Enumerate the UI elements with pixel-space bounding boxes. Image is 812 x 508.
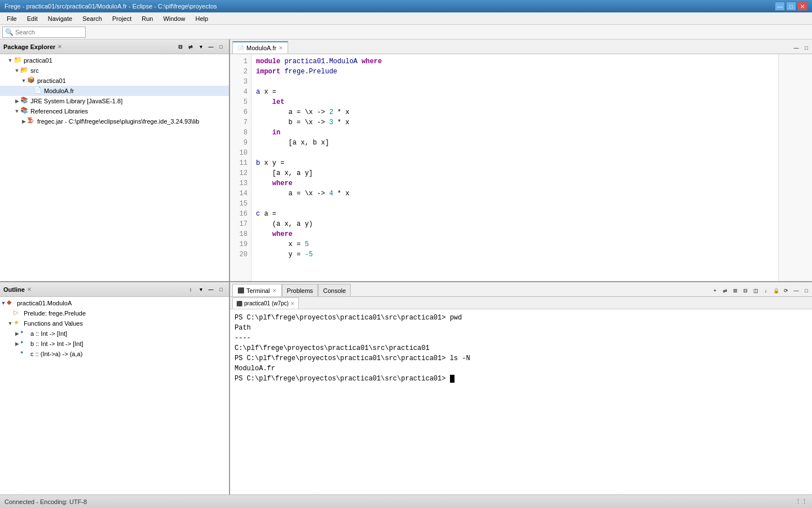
outline-view-menu[interactable]: ▾ [196,285,205,294]
terminal-icon-btn6[interactable]: 🔒 [771,286,780,295]
outline-title: Outline [3,286,25,293]
outline-item-functions-group[interactable]: ▼ ★ Functions and Values [0,318,229,329]
menu-search[interactable]: Search [78,14,107,23]
terminal-tab-close[interactable]: ✕ [272,288,277,294]
outline-item-func-c[interactable]: ● c :: (Int->a) -> (a,a) [0,349,229,359]
menu-navigate[interactable]: Navigate [43,14,77,23]
terminal-line-10: PS C:\plf\frege\proyectos\practica01\src… [235,374,807,384]
menu-run[interactable]: Run [137,14,157,23]
terminal-icon-btn3[interactable]: ⊟ [741,286,750,295]
tree-item-reflibs[interactable]: ▼ 📚 Referenced Libraries [0,106,229,116]
outline-panel: Outline ✕ ↕ ▾ — □ ▼ ◆ practica01.ModuloA [0,282,230,494]
menu-file[interactable]: File [2,14,21,23]
outline-tree: ▼ ◆ practica01.ModuloA ▷ Prelude: frege.… [0,297,229,494]
editor-maximize-button[interactable]: □ [802,43,811,52]
collapse-all-button[interactable]: ⊟ [176,42,185,51]
menu-help[interactable]: Help [191,14,213,23]
menu-edit[interactable]: Edit [23,14,42,23]
search-box[interactable]: 🔍 [2,27,86,38]
status-right: ⋮⋮ [795,498,807,505]
terminal-tab-bar: ⬛ Terminal ✕ Problems Console + ⇌ ⊞ ⊟ ◫ [230,282,812,297]
library-icon: 📚 [20,97,29,106]
package-explorer-panel: Package Explorer ✕ ⊟ ⇌ ▾ — □ ▼ 📁 pract [0,40,230,281]
terminal-panel: ⬛ Terminal ✕ Problems Console + ⇌ ⊞ ⊟ ◫ [230,282,812,494]
terminal-line-4: ---- [235,333,807,343]
tab-problems[interactable]: Problems [282,284,318,296]
bottom-panels: Outline ✕ ↕ ▾ — □ ▼ ◆ practica01.ModuloA [0,282,812,494]
terminal-content[interactable]: PS C:\plf\frege\proyectos\practica01\src… [230,309,812,494]
outline-minimize-button[interactable]: — [206,285,215,294]
tree-item-practica01[interactable]: ▼ 📁 practica01 [0,55,229,65]
status-bar: Connected - Encoding: UTF-8 ⋮⋮ [0,494,812,508]
minimize-button[interactable]: — [775,2,785,11]
editor-panel: 📄 ModuloA.fr ✕ — □ 12345 678910 11121314… [230,40,812,281]
tree-item-practica01-pkg[interactable]: ▼ 📦 practica01 [0,76,229,86]
window-title: Frege - practica01/src/practica01/Modulo… [5,3,775,10]
title-bar: Frege - practica01/src/practica01/Modulo… [0,0,812,12]
reflibs-icon: 📚 [20,107,29,116]
menu-project[interactable]: Project [108,14,136,23]
code-editor[interactable]: module practica01.ModuloA where import f… [251,54,778,281]
subtab-icon: ⬛ [236,301,242,306]
outline-close-icon: ✕ [27,287,32,292]
terminal-line-8: PS C:\plf\frege\proyectos\practica01\src… [235,353,807,364]
subtab-close[interactable]: ✕ [290,301,295,306]
minimap [778,54,812,281]
func-icon-b: ● [20,339,29,348]
outline-item-func-b[interactable]: ▶ ● b :: Int -> Int -> [Int] [0,339,229,349]
group-icon: ★ [14,319,23,328]
package-icon: 📦 [27,76,36,85]
terminal-line-5: C:\plf\frege\proyectos\practica01\src\pr… [235,343,807,353]
terminal-minimize-button[interactable]: — [792,286,801,295]
file-icon: 📄 [237,45,244,51]
terminal-sub-tab-bar: ⬛ practica01 (w7pc) ✕ [230,297,812,309]
outline-sort-button[interactable]: ↕ [186,285,195,294]
menu-window[interactable]: Window [158,14,189,23]
terminal-new-button[interactable]: + [710,286,720,295]
outline-item-prelude[interactable]: ▷ Prelude: frege.Prelude [0,308,229,318]
terminal-line-1: PS C:\plf\frege\proyectos\practica01\src… [235,313,807,323]
terminal-tab-label: Terminal [246,287,270,294]
main-toolbar: 🔍 [0,25,812,40]
search-input[interactable] [15,29,83,36]
terminal-maximize-button[interactable]: □ [802,286,811,295]
package-explorer-tree: ▼ 📁 practica01 ▼ 📂 src ▼ 📦 practica01 [0,54,229,281]
view-menu-button[interactable]: ▾ [196,42,205,51]
close-button[interactable]: ✕ [797,2,807,11]
tree-item-src[interactable]: ▼ 📂 src [0,65,229,76]
terminal-icon: ⬛ [237,287,244,294]
maximize-panel-button[interactable]: □ [217,42,226,51]
tab-moduloa[interactable]: 📄 ModuloA.fr ✕ [232,41,288,54]
module-icon: ◆ [7,299,16,308]
terminal-icon-btn4[interactable]: ◫ [751,286,760,295]
tab-close-button[interactable]: ✕ [279,45,283,51]
tree-item-fregec[interactable]: ▶ 🗜 fregec.jar - C:\plf\frege\eclipse\pl… [0,116,229,126]
maximize-button[interactable]: □ [786,2,796,11]
file-icon: 📄 [34,86,43,95]
terminal-icon-btn5[interactable]: ↓ [761,286,770,295]
tree-item-moduloa[interactable]: 📄 ModuloA.fr [0,86,229,96]
window-controls[interactable]: — □ ✕ [775,2,807,11]
link-editor-button[interactable]: ⇌ [186,42,195,51]
subtab-practica01[interactable]: ⬛ practica01 (w7pc) ✕ [232,297,299,309]
tab-console[interactable]: Console [318,284,351,296]
editor-tab-bar: 📄 ModuloA.fr ✕ — □ [230,40,812,54]
editor-minimize-button[interactable]: — [792,43,801,52]
folder-icon: 📂 [20,66,29,75]
outline-maximize-button[interactable]: □ [217,285,226,294]
outline-item-func-a[interactable]: ▶ ● a :: Int -> [Int] [0,329,229,339]
tab-terminal[interactable]: ⬛ Terminal ✕ [232,284,282,296]
tree-item-jre[interactable]: ▶ 📚 JRE System Library [JavaSE-1.8] [0,96,229,106]
outline-item-module[interactable]: ▼ ◆ practica01.ModuloA [0,298,229,308]
minimize-panel-button[interactable]: — [206,42,215,51]
terminal-line-3: Path [235,323,807,333]
search-icon: 🔍 [5,28,14,36]
terminal-icon-btn2[interactable]: ⊞ [731,286,740,295]
terminal-icon-btn7[interactable]: ⟳ [782,286,791,295]
top-panels: Package Explorer ✕ ⊟ ⇌ ▾ — □ ▼ 📁 pract [0,40,812,282]
terminal-icon-btn1[interactable]: ⇌ [721,286,730,295]
folder-icon: 📁 [14,56,23,65]
outline-header: Outline ✕ ↕ ▾ — □ [0,282,229,297]
package-explorer-dirty-icon: ✕ [58,44,62,50]
terminal-line-9: ModuloA.fr [235,364,807,374]
